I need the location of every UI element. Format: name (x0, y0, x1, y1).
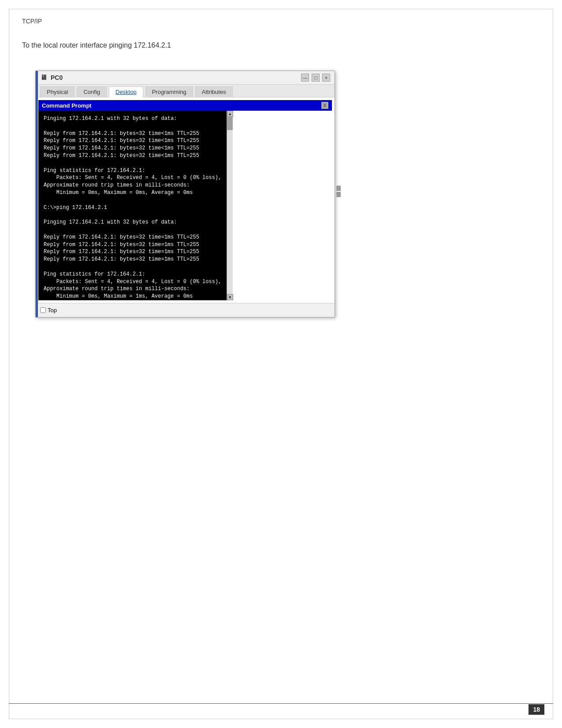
scrollbar-track (227, 117, 233, 294)
right-dec-bar-2 (336, 192, 341, 197)
top-checkbox-label: Top (48, 307, 57, 314)
top-checkbox[interactable] (40, 307, 46, 313)
window-titlebar: 🖥 PC0 — □ × (36, 71, 335, 85)
tab-desktop[interactable]: Desktop (109, 86, 143, 97)
window-title-left: 🖥 PC0 (40, 74, 63, 82)
tab-programming[interactable]: Programming (145, 86, 193, 97)
maximize-button[interactable]: □ (312, 74, 320, 82)
scrollbar-down-arrow[interactable]: ▼ (227, 294, 233, 300)
cmd-window-wrapper: Command Prompt X Pinging 172.164.2.1 wit… (36, 97, 335, 303)
minimize-button[interactable]: — (301, 74, 309, 82)
window-title: PC0 (51, 74, 63, 81)
left-accent-bar (36, 71, 38, 317)
pc-window: 🖥 PC0 — □ × Physical Config Desktop Prog… (35, 71, 335, 317)
window-tabs: Physical Config Desktop Programming Attr… (36, 85, 335, 97)
cmd-close-button[interactable]: X (321, 102, 328, 109)
checkbox-item: Top (40, 307, 57, 314)
cmd-scrollbar[interactable]: ▲ ▼ (227, 111, 233, 300)
window-controls: — □ × (301, 74, 330, 82)
bottom-area: Top (36, 303, 335, 317)
cmd-content[interactable]: Pinging 172.164.2.1 with 32 bytes of dat… (38, 111, 227, 300)
right-dec-bar-1 (336, 186, 341, 191)
close-button[interactable]: × (322, 74, 330, 82)
tab-attributes[interactable]: Attributes (195, 86, 233, 97)
cmd-with-scrollbar: Pinging 172.164.2.1 with 32 bytes of dat… (38, 111, 332, 300)
tab-physical[interactable]: Physical (40, 86, 74, 97)
cmd-output: Pinging 172.164.2.1 with 32 bytes of dat… (44, 115, 221, 300)
pc-icon: 🖥 (40, 74, 47, 82)
scrollbar-up-arrow[interactable]: ▲ (227, 111, 233, 117)
bottom-line (9, 703, 553, 704)
cmd-titlebar: Command Prompt X (38, 100, 332, 111)
right-decoration (336, 186, 341, 197)
cmd-title: Command Prompt (42, 102, 92, 109)
page-number: 18 (529, 704, 544, 715)
tab-config[interactable]: Config (77, 86, 107, 97)
scrollbar-thumb[interactable] (227, 117, 233, 130)
